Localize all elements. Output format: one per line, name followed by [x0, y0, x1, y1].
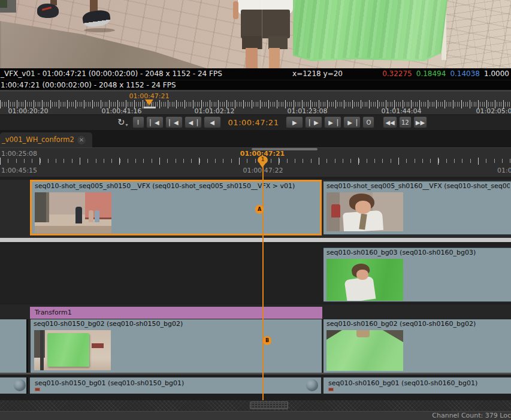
clip-thumbnail [326, 259, 403, 301]
render-status-icon [306, 379, 318, 391]
timecode-display[interactable]: 01:00:47:21 [223, 118, 285, 127]
thumb-art [40, 330, 44, 370]
timeline-clip[interactable]: seq010-sh0150_bg02 (seq010-sh0150_bg02) [31, 319, 322, 373]
thumb-art [344, 276, 376, 301]
timeline-clip[interactable]: seq010-sh0160_bg01 (seq010-sh0160_bg01) [323, 377, 511, 394]
timeline-clip[interactable] [0, 319, 28, 373]
timeline-clip[interactable]: seq010-sh0150_bg01 (seq010-sh0150_bg01) [30, 377, 321, 394]
clip-thumbnail [326, 192, 403, 231]
clip-label: seq010-sh0160_bg02 (seq010-sh0160_bg02) [326, 320, 510, 328]
play-button[interactable]: ▶ [286, 116, 303, 128]
sequence-tab-label: _v001_WH_conform2 [2, 135, 74, 144]
cursor-position-text: x=1218 y=20 [273, 68, 362, 80]
sample-blue-value: 0.14038 [450, 70, 480, 78]
clip-marker-icon [328, 388, 334, 391]
clip-info-text: _VFX_v01 - 01:00:47:21 (00:00:02:00) - 2… [1, 68, 222, 80]
render-status-icon [14, 379, 26, 391]
ruler-top-tick-label: 01:00:20:20 [0, 107, 57, 115]
thumb-art [47, 333, 89, 367]
ruler-top-tick-label: 01:00:41:16 [93, 107, 150, 115]
step-back-button[interactable]: ◀▕ [185, 116, 202, 128]
actor-shorts-leg [242, 36, 262, 49]
timeline-ruler-top[interactable]: 01:00:47:21 01:00:20:20 01:00:41:16 01:0… [0, 90, 511, 115]
jog-forward-button[interactable]: ▶▶ [413, 116, 427, 128]
chevron-down-icon: ▾ [126, 122, 128, 128]
shoe-shadow [84, 28, 115, 32]
tab-close-icon[interactable]: ✕ [77, 136, 86, 144]
ruler-mid-right-label: 01:00: [497, 167, 511, 174]
ruler-mid-start-label: 1:00:25:08 [1, 150, 37, 158]
thumb-art [75, 207, 82, 223]
previous-cut-button[interactable]: ▏◀ [165, 116, 183, 128]
mark-in-button[interactable]: I [132, 116, 144, 128]
sample-red-value: 0.32275 [382, 70, 412, 78]
playhead-pin[interactable]: 1 [258, 156, 268, 164]
timeline-clip[interactable]: seq010-sh0160_bg02 (seq010-sh0160_bg02) [323, 319, 511, 373]
pedestrian-shoe [37, 4, 59, 18]
wipe-seam-line [262, 0, 262, 68]
actor-shorts [241, 10, 290, 38]
ruler-top-tick-label: 01:01:23:08 [279, 107, 336, 115]
thumb-art [356, 270, 368, 280]
goto-end-button[interactable]: ▶▕ [343, 116, 361, 128]
ruler-mid-left-label: 1:00:45:15 [1, 167, 37, 174]
thumb-art [35, 192, 49, 222]
timeline-clip[interactable]: seq010-shot_seq005_sh0150__VFX (seq010-s… [30, 180, 322, 235]
loop-mode-button[interactable]: ↻▾ [117, 117, 128, 128]
effect-bar-transform1[interactable]: Transform1 [30, 307, 322, 319]
clip-marker-icon [35, 388, 40, 391]
thumb-art [331, 204, 340, 217]
record-info-bar: 1:00:47:21 (00:00:02:00) - 2048 x 1152 -… [0, 80, 511, 90]
flame-timeline-window: _VFX_v01 - 01:00:47:21 (00:00:02:00) - 2… [0, 0, 511, 420]
ruler-top-playhead-marker-icon[interactable] [145, 99, 153, 105]
thumb-art [92, 343, 104, 348]
goto-start-button[interactable]: ▏◀ [146, 116, 164, 128]
ruler-top-tick-label: 01:01:02:12 [186, 107, 243, 115]
actor-leg [246, 48, 258, 68]
sequence-tab[interactable]: _v001_WH_conform2 ✕ [0, 132, 92, 147]
thumb-art [95, 210, 99, 222]
clip-label: seq010-sh0150_bg01 (seq010-sh0150_bg01) [35, 379, 320, 387]
timeline-scrollbar-handle[interactable] [250, 401, 288, 409]
wipe-badge-b: B [263, 336, 271, 345]
jog-back-button[interactable]: ◀◀ [383, 116, 397, 128]
step-forward-button[interactable]: ▶▕ [324, 116, 341, 128]
clip-label: seq010-sh0160_bg01 (seq010-sh0160_bg01) [328, 379, 510, 387]
status-bar: Channel Count: 379 Loc [0, 411, 511, 420]
loop-icon: ↻ [117, 117, 125, 128]
ruler-top-tick-label: 01:02:05:00 [467, 107, 511, 115]
track-separator-highlight [0, 238, 511, 242]
thumb-art [356, 330, 370, 337]
mark-out-button[interactable]: O [362, 116, 374, 128]
ruler-top-ticks[interactable] [0, 100, 511, 108]
clip-thumbnail [326, 330, 403, 371]
record-info-text: 1:00:47:21 (00:00:02:00) - 2048 x 1152 -… [1, 80, 176, 90]
wipe-badge-a: A [255, 205, 264, 214]
ruler-top-tick-label: 01:01:44:04 [373, 107, 430, 115]
thumb-art [326, 330, 342, 340]
clip-label: seq010-shot_seq005_sh0160__VFX (seq010-s… [326, 182, 510, 190]
timeline-scrollbar-track[interactable] [0, 400, 511, 411]
timeline-clip[interactable] [0, 377, 28, 394]
actor-leg [269, 48, 280, 68]
actor-shorts-leg [268, 36, 288, 49]
greenscreen-folds [293, 0, 447, 60]
clip-label: seq010-shot_seq005_sh0150__VFX (seq010-s… [35, 182, 319, 190]
clip-thumbnail [35, 192, 111, 233]
pixel-sample-values: 0.322750.184940.140381.0000 [378, 68, 509, 80]
transport-bar: ↻▾ I ▏◀ ▏◀ ◀▕ ◀ 01:00:47:21 ▶ ▏▶ ▶▕ ▶▕ O… [0, 115, 511, 130]
play-reverse-button[interactable]: ◀ [204, 116, 221, 128]
playhead-line[interactable] [262, 166, 264, 400]
sample-alpha-value: 1.0000 [484, 70, 509, 78]
play-from-button[interactable]: ▏▶ [305, 116, 322, 128]
timeline-clip[interactable]: seq010-sh0160_bg03 (seq010-sh0160_bg03) [323, 247, 511, 302]
ruler-mid-ticks[interactable] [0, 158, 511, 165]
track-separator [0, 373, 511, 374]
frame-step-field[interactable]: 12 [399, 116, 412, 128]
sample-green-value: 0.18494 [416, 70, 446, 78]
timeline-ruler-mid[interactable]: 1:00:25:08 01:00:47:21 1 1:00:45:15 01:0… [0, 147, 511, 177]
clip-label: seq010-sh0150_bg02 (seq010-sh0150_bg02) [34, 320, 320, 328]
timeline-clip[interactable]: seq010-shot_seq005_sh0160__VFX (seq010-s… [323, 181, 511, 235]
viewer-info-bar: _VFX_v01 - 01:00:47:21 (00:00:02:00) - 2… [0, 68, 511, 80]
viewer-canvas[interactable] [0, 0, 511, 68]
